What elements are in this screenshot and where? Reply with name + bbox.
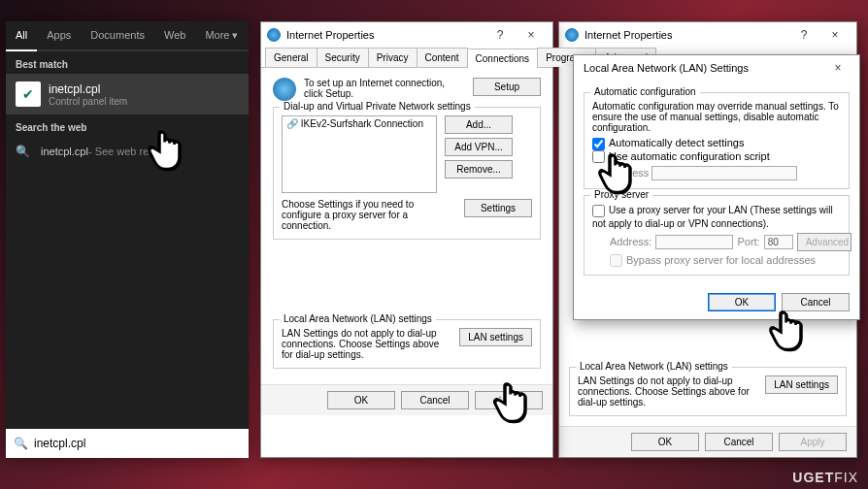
search-web-suffix: - See web results	[88, 146, 171, 157]
cancel-button[interactable]: Cancel	[401, 391, 469, 409]
proxy-group: Proxy server Use a proxy server for your…	[584, 195, 850, 276]
help-button[interactable]: ?	[788, 28, 819, 42]
proxy-address-input	[655, 235, 733, 249]
tab-privacy[interactable]: Privacy	[368, 48, 417, 67]
dialog-body: Automatic configuration Automatic config…	[574, 81, 859, 287]
lan-group: Local Area Network (LAN) settings LAN Se…	[273, 319, 541, 369]
bypass-checkbox: Bypass proxy server for local addresses	[610, 254, 816, 266]
lan-desc: LAN Settings do not apply to dial-up con…	[282, 328, 451, 360]
cancel-button[interactable]: Cancel	[782, 293, 850, 311]
auto-config-group: Automatic configuration Automatic config…	[584, 92, 850, 189]
search-tab-more[interactable]: More ▾	[195, 21, 248, 49]
dialog-titlebar: Internet Properties ? ×	[261, 22, 552, 48]
dialog-titlebar: Local Area Network (LAN) Settings ×	[574, 55, 859, 81]
search-web-heading: Search the web	[6, 114, 249, 137]
proxy-use-checkbox[interactable]: Use a proxy server for your LAN (These s…	[592, 204, 833, 229]
auto-config-title: Automatic configuration	[590, 86, 700, 97]
close-icon[interactable]: ×	[819, 28, 851, 42]
close-icon[interactable]: ×	[516, 28, 547, 42]
tab-content[interactable]: Content	[417, 48, 468, 67]
search-input[interactable]	[34, 437, 241, 450]
search-result-subtitle: Control panel item	[49, 96, 127, 107]
help-button[interactable]: ?	[484, 28, 516, 42]
setup-desc: To set up an Internet connection, click …	[304, 78, 465, 99]
search-web-text: inetcpl.cpl	[41, 146, 88, 157]
vpn-item[interactable]: 🔗 IKEv2-Surfshark Connection	[286, 118, 432, 129]
add-vpn-button[interactable]: Add VPN...	[445, 138, 513, 156]
search-input-bar: 🔍	[6, 429, 249, 458]
vpn-item-label: IKEv2-Surfshark Connection	[301, 118, 423, 129]
address-label: Address	[610, 167, 649, 179]
search-tab-more-label: More	[205, 29, 229, 41]
advanced-button[interactable]: Advanced	[797, 233, 851, 251]
dialog-body: To set up an Internet connection, click …	[261, 68, 552, 384]
dialog-title: Local Area Network (LAN) Settings	[580, 62, 822, 74]
bypass-label: Bypass proxy server for local addresses	[626, 254, 816, 266]
internet-icon	[267, 28, 281, 42]
auto-config-desc: Automatic configuration may override man…	[592, 101, 841, 133]
dialog-footer: OK Cancel	[574, 287, 859, 317]
dialog-footer: OK Cancel Apply	[261, 384, 552, 415]
search-tab-web[interactable]: Web	[154, 21, 195, 49]
proxy-address-label: Address:	[610, 236, 651, 247]
vpn-listbox[interactable]: 🔗 IKEv2-Surfshark Connection	[282, 115, 437, 193]
watermark-left: UGET	[792, 470, 834, 485]
ok-button[interactable]: OK	[327, 391, 395, 409]
search-result-title: inetcpl.cpl	[49, 82, 127, 96]
auto-detect-checkbox[interactable]: Automatically detect settings	[592, 137, 744, 148]
best-match-heading: Best match	[6, 51, 249, 74]
lan-settings-button[interactable]: LAN settings	[459, 328, 532, 346]
dialog-titlebar: Internet Properties ? ×	[559, 22, 856, 48]
search-tab-apps[interactable]: Apps	[37, 21, 81, 49]
lan-group-title: Local Area Network (LAN) settings	[280, 313, 436, 324]
watermark: UGETFIX	[792, 470, 858, 485]
setup-button[interactable]: Setup	[473, 78, 541, 96]
settings-button[interactable]: Settings	[464, 199, 532, 217]
vpn-group-title: Dial-up and Virtual Private Network sett…	[280, 101, 475, 112]
proxy-group-title: Proxy server	[590, 189, 652, 200]
dialog-title: Internet Properties	[584, 29, 788, 41]
control-panel-icon: ✔	[16, 82, 41, 107]
add-button[interactable]: Add...	[445, 115, 513, 134]
internet-icon	[565, 28, 579, 42]
search-tab-all[interactable]: All	[6, 21, 37, 51]
dialog-footer: OK Cancel Apply	[559, 426, 856, 457]
tab-general[interactable]: General	[265, 48, 317, 67]
lan-settings-dialog: Local Area Network (LAN) Settings × Auto…	[573, 54, 860, 320]
cancel-button[interactable]: Cancel	[705, 433, 773, 451]
search-web-result[interactable]: 🔍 inetcpl.cpl - See web results	[6, 137, 249, 166]
dialog-title: Internet Properties	[286, 29, 484, 41]
ok-button[interactable]: OK	[631, 433, 699, 451]
auto-script-checkbox[interactable]: Use automatic configuration script	[592, 150, 770, 162]
proxy-settings-desc: Choose Settings if you need to configure…	[282, 199, 456, 231]
windows-search-panel: All Apps Documents Web More ▾ Best match…	[6, 21, 249, 458]
proxy-port-label: Port:	[737, 236, 759, 247]
lan-settings-button[interactable]: LAN settings	[765, 375, 838, 394]
tab-connections[interactable]: Connections	[467, 49, 539, 68]
search-icon: 🔍	[14, 437, 28, 450]
apply-button[interactable]: Apply	[779, 433, 847, 451]
proxy-use-label: Use a proxy server for your LAN (These s…	[592, 205, 833, 229]
ok-button[interactable]: OK	[708, 293, 776, 311]
search-tab-documents[interactable]: Documents	[81, 21, 154, 49]
search-icon: 🔍	[16, 145, 31, 158]
script-address-input	[651, 166, 797, 180]
internet-properties-dialog: Internet Properties ? × General Security…	[260, 21, 553, 458]
remove-button[interactable]: Remove...	[445, 160, 513, 179]
lan-group-title: Local Area Network (LAN) settings	[576, 361, 732, 372]
properties-tabs: General Security Privacy Content Connect…	[261, 48, 552, 68]
close-icon[interactable]: ×	[822, 61, 853, 75]
lan-group: Local Area Network (LAN) settings LAN Se…	[569, 367, 847, 416]
search-result-inetcpl[interactable]: ✔ inetcpl.cpl Control panel item	[6, 74, 249, 114]
lan-desc: LAN Settings do not apply to dial-up con…	[578, 375, 757, 408]
proxy-port-input	[764, 235, 793, 249]
watermark-right: FIX	[834, 470, 858, 485]
auto-script-label: Use automatic configuration script	[609, 150, 770, 162]
search-tabs: All Apps Documents Web More ▾	[6, 21, 249, 51]
vpn-group: Dial-up and Virtual Private Network sett…	[273, 107, 541, 240]
globe-icon	[273, 78, 296, 101]
apply-button[interactable]: Apply	[475, 391, 543, 409]
tab-security[interactable]: Security	[317, 48, 369, 67]
auto-detect-label: Automatically detect settings	[609, 137, 744, 148]
